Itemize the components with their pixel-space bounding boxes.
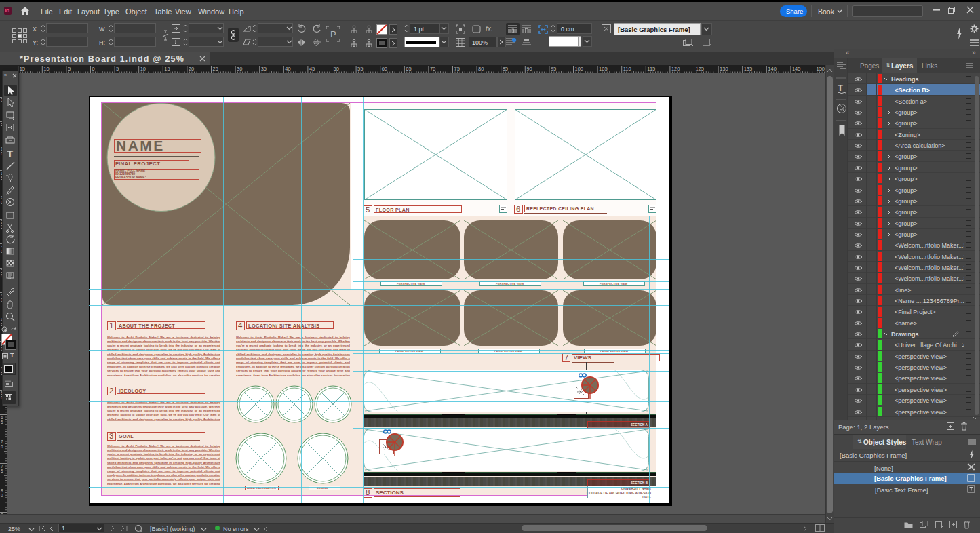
svg-text:T: T (838, 83, 843, 93)
svg-text:T: T (7, 149, 14, 159)
